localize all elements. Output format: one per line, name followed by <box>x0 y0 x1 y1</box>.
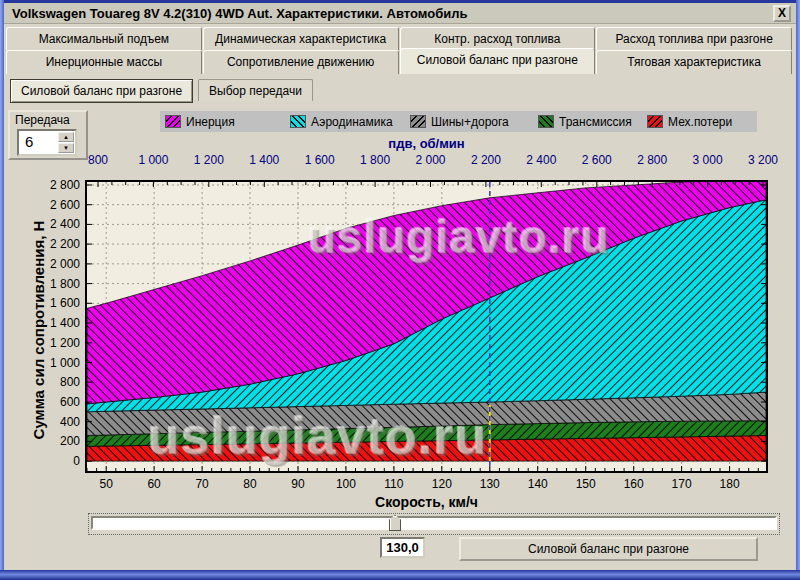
y-tick-label: 2 200 <box>24 237 80 251</box>
speed-value-field[interactable]: 130,0 <box>380 537 425 558</box>
window-border-right <box>796 0 800 580</box>
rpm-tick-label: 2 200 <box>461 153 511 167</box>
x-tick-label: 70 <box>185 477 219 491</box>
chart-legend: ИнерцияАэродинамикаШины+дорогаТрансмисси… <box>160 111 757 132</box>
x-tick-label: 150 <box>569 477 603 491</box>
x-tick-label: 180 <box>713 477 747 491</box>
app-window: Volkswagen Touareg 8V 4.2(310) 4WD Aut. … <box>0 0 800 580</box>
x-tick-label: 80 <box>233 477 267 491</box>
rpm-tick-label: 1 200 <box>184 153 234 167</box>
x-tick-label: 140 <box>521 477 555 491</box>
window-title: Volkswagen Touareg 8V 4.2(310) 4WD Aut. … <box>12 3 467 24</box>
tab-расход-топлива-при-разгоне[interactable]: Расход топлива при разгоне <box>596 27 792 50</box>
gear-spinner: ▲ ▼ <box>58 132 74 153</box>
rpm-tick-label: 1 800 <box>350 153 400 167</box>
x-tick-label: 170 <box>665 477 699 491</box>
x-tick-label: 130 <box>473 477 507 491</box>
y-tick-label: 2 600 <box>24 198 80 212</box>
x-axis-title: Скорость, км/ч <box>85 494 768 510</box>
gear-label: Передача <box>15 113 70 127</box>
x-tick-label: 50 <box>89 477 123 491</box>
rpm-tick-label: 3 000 <box>683 153 733 167</box>
y-tick-label: 2 000 <box>24 257 80 271</box>
y-tick-label: 0 <box>24 454 80 468</box>
y-tick-label: 400 <box>24 415 80 429</box>
x-tick-label: 120 <box>425 477 459 491</box>
tab-row-2: Инерционные массыСопротивление движениюС… <box>6 50 793 74</box>
tab-инерционные-массы[interactable]: Инерционные массы <box>6 50 202 74</box>
subtab-силовой-баланс-при-разгоне[interactable]: Силовой баланс при разгоне <box>10 79 193 103</box>
legend-item: Трансмиссия <box>538 111 632 132</box>
rpm-tick-label: 1 600 <box>295 153 345 167</box>
rpm-tick-label: 2 000 <box>406 153 456 167</box>
rpm-tick-label: 1 000 <box>128 153 178 167</box>
legend-label: Аэродинамика <box>311 115 393 129</box>
window-border-left <box>0 0 4 580</box>
rpm-tick-label: 3 200 <box>738 153 788 167</box>
tab-силовой-баланс-при-разгоне[interactable]: Силовой баланс при разгоне <box>400 48 596 74</box>
rpm-axis-title: пдв, об/мин <box>85 136 768 151</box>
spin-down-button[interactable]: ▼ <box>58 143 74 153</box>
sub-tab-row: Силовой баланс при разгонеВыбор передачи <box>10 79 313 103</box>
rpm-tick-label: 2 600 <box>572 153 622 167</box>
tab-тяговая-характеристика[interactable]: Тяговая характеристика <box>596 50 792 74</box>
y-tick-label: 1 400 <box>24 316 80 330</box>
tab-динамическая-характеристика[interactable]: Динамическая характеристика <box>203 27 399 50</box>
title-bar: Volkswagen Touareg 8V 4.2(310) 4WD Aut. … <box>4 3 796 24</box>
tab-контр-расход-топлива[interactable]: Контр. расход топлива <box>400 27 596 50</box>
legend-swatch-icon <box>647 115 663 128</box>
legend-item: Шины+дорога <box>410 111 509 132</box>
y-tick-label: 200 <box>24 434 80 448</box>
y-tick-label: 800 <box>24 375 80 389</box>
tab-row-1: Максимальный подъемДинамическая характер… <box>6 27 793 50</box>
rpm-tick-label: 1 400 <box>239 153 289 167</box>
x-tick-label: 160 <box>617 477 651 491</box>
rpm-tick-label: 2 800 <box>627 153 677 167</box>
power-balance-button[interactable]: Силовой баланс при разгоне <box>459 537 758 561</box>
rpm-tick-label: 2 400 <box>516 153 566 167</box>
chart-plot-area <box>85 180 768 473</box>
rpm-tick-label: 800 <box>73 153 123 167</box>
trackbar-thumb[interactable] <box>389 515 401 531</box>
tab-сопротивление-движению[interactable]: Сопротивление движению <box>203 50 399 74</box>
legend-item: Мех.потери <box>647 111 732 132</box>
window-border-bottom <box>0 570 800 580</box>
y-tick-label: 2 400 <box>24 217 80 231</box>
legend-item: Инерция <box>165 111 235 132</box>
legend-label: Инерция <box>186 115 235 129</box>
y-tick-label: 1 000 <box>24 356 80 370</box>
x-tick-label: 90 <box>281 477 315 491</box>
y-tick-label: 1 200 <box>24 336 80 350</box>
spin-up-button[interactable]: ▲ <box>58 132 74 142</box>
y-tick-label: 1 800 <box>24 277 80 291</box>
legend-item: Аэродинамика <box>290 111 393 132</box>
speed-trackbar[interactable] <box>88 513 780 535</box>
legend-swatch-icon <box>165 115 181 128</box>
gear-value-input[interactable]: 6 <box>25 133 33 150</box>
legend-label: Шины+дорога <box>431 115 509 129</box>
legend-swatch-icon <box>538 115 554 128</box>
subtab-выбор-передачи[interactable]: Выбор передачи <box>198 79 313 101</box>
y-tick-label: 1 600 <box>24 296 80 310</box>
legend-label: Трансмиссия <box>559 115 632 129</box>
chart-canvas <box>87 182 766 471</box>
legend-swatch-icon <box>410 115 426 128</box>
y-tick-label: 2 800 <box>24 178 80 192</box>
x-tick-label: 110 <box>377 477 411 491</box>
gear-spin-edit[interactable]: 6 ▲ ▼ <box>17 129 77 156</box>
tab-максимальный-подъем[interactable]: Максимальный подъем <box>6 27 202 50</box>
y-tick-label: 600 <box>24 395 80 409</box>
legend-label: Мех.потери <box>668 115 732 129</box>
x-tick-label: 60 <box>137 477 171 491</box>
legend-swatch-icon <box>290 115 306 128</box>
x-tick-label: 100 <box>329 477 363 491</box>
close-button[interactable]: X <box>773 5 791 22</box>
trackbar-track[interactable] <box>91 516 777 530</box>
